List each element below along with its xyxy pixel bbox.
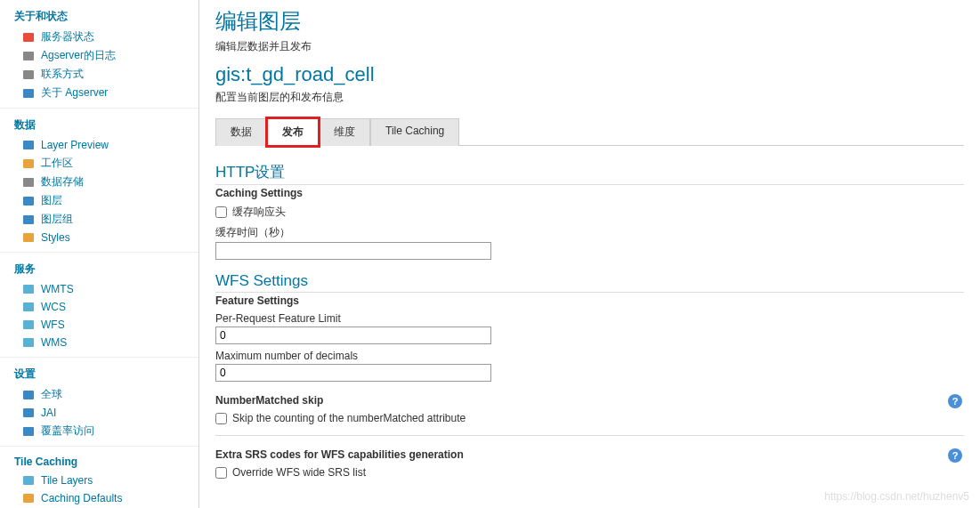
sidebar-item-label: Layer Preview <box>41 139 109 151</box>
sidebar-item-关于-agserver[interactable]: 关于 Agserver <box>14 84 184 102</box>
sidebar-item-label: WCS <box>41 301 66 313</box>
sidebar-item-label: 图层组 <box>41 212 73 227</box>
preview-icon <box>21 138 36 152</box>
service-icon <box>21 300 36 314</box>
svg-rect-6 <box>23 178 34 187</box>
number-matched-checkbox[interactable] <box>215 413 227 424</box>
cache-response-label: 缓存响应头 <box>232 205 286 220</box>
sidebar-item-label: Caching Defaults <box>41 492 122 504</box>
sidebar-header[interactable]: 设置 <box>14 363 184 385</box>
sidebar-item-label: 工作区 <box>41 156 73 171</box>
svg-rect-4 <box>23 141 34 149</box>
caching-settings-label: Caching Settings <box>215 187 964 199</box>
service-icon <box>21 335 36 350</box>
sidebar-item-label: 图层 <box>41 193 62 208</box>
store-icon <box>21 175 36 189</box>
svg-rect-9 <box>23 233 34 242</box>
help-icon[interactable]: ? <box>948 448 962 463</box>
sidebar-item-label: WFS <box>41 319 65 331</box>
cache-response-row: 缓存响应头 <box>215 205 964 220</box>
health-icon <box>21 30 36 44</box>
svg-rect-7 <box>23 197 34 206</box>
config-description: 配置当前图层的和发布信息 <box>215 90 964 105</box>
sidebar-item-label: Styles <box>41 231 70 244</box>
help-icon[interactable]: ? <box>948 394 962 408</box>
max-decimals-input[interactable] <box>215 364 491 382</box>
extra-srs-checkbox[interactable] <box>215 467 227 479</box>
svg-rect-12 <box>23 320 34 329</box>
info-icon <box>21 86 36 101</box>
sidebar-item-styles[interactable]: Styles <box>14 229 184 246</box>
page-title: 编辑图层 <box>215 7 964 36</box>
tab-bar: 数据发布维度Tile Caching <box>215 117 964 146</box>
sidebar-item-label: 服务器状态 <box>41 29 94 44</box>
sidebar-item-全球[interactable]: 全球 <box>14 385 184 404</box>
contact-icon <box>21 68 36 82</box>
sidebar-item-agserver的日志[interactable]: Agserver的日志 <box>14 46 184 65</box>
coverage-icon <box>21 424 36 439</box>
per-request-input[interactable] <box>215 327 491 344</box>
service-icon <box>21 282 36 296</box>
folder-icon <box>21 157 36 171</box>
cache-time-input[interactable] <box>215 242 491 260</box>
svg-rect-2 <box>23 70 34 79</box>
sidebar-item-jai[interactable]: JAI <box>14 404 184 422</box>
sidebar-item-label: WMTS <box>41 283 74 295</box>
sidebar-item-数据存储[interactable]: 数据存储 <box>14 173 184 191</box>
svg-rect-10 <box>23 285 34 294</box>
extra-srs-section: Extra SRS codes for WFS capabilities gen… <box>215 448 964 489</box>
sidebar-item-wfs[interactable]: WFS <box>14 316 184 334</box>
cache-time-label: 缓存时间（秒） <box>215 225 964 240</box>
layergroup-icon <box>21 213 36 227</box>
number-matched-checkbox-label: Skip the counting of the numberMatched a… <box>232 412 466 424</box>
wfs-section-title: WFS Settings <box>215 272 964 293</box>
svg-rect-17 <box>23 476 34 485</box>
sidebar-header[interactable]: 关于和状态 <box>14 5 184 28</box>
sidebar-header[interactable]: 数据 <box>14 114 184 136</box>
sidebar-item-服务器状态[interactable]: 服务器状态 <box>14 28 184 46</box>
sidebar-item-联系方式[interactable]: 联系方式 <box>14 65 184 84</box>
svg-rect-18 <box>23 494 34 503</box>
feature-settings-label: Feature Settings <box>215 294 964 307</box>
sidebar-item-图层[interactable]: 图层 <box>14 191 184 210</box>
sidebar-item-label: JAI <box>41 407 56 419</box>
main-content: 编辑图层 编辑层数据并且发布 gis:t_gd_road_cell 配置当前图层… <box>199 0 980 508</box>
tab-维度[interactable]: 维度 <box>319 118 370 146</box>
tab-数据[interactable]: 数据 <box>215 118 267 146</box>
sidebar-item-label: Tile Layers <box>41 474 93 487</box>
sidebar-item-layer-preview[interactable]: Layer Preview <box>14 136 184 154</box>
sidebar-header[interactable]: Tile Caching <box>14 452 184 472</box>
extra-srs-title: Extra SRS codes for WFS capabilities gen… <box>215 448 964 461</box>
sidebar-item-工作区[interactable]: 工作区 <box>14 154 184 173</box>
cache-response-checkbox[interactable] <box>215 206 227 218</box>
svg-rect-1 <box>23 52 34 60</box>
sidebar-item-tile-layers[interactable]: Tile Layers <box>14 472 184 489</box>
tab-发布[interactable]: 发布 <box>267 118 319 146</box>
sidebar-item-覆盖率访问[interactable]: 覆盖率访问 <box>14 422 184 440</box>
http-section-title: HTTP设置 <box>215 162 964 185</box>
globe-icon <box>21 388 36 402</box>
sidebar-header[interactable]: 服务 <box>14 258 184 280</box>
sidebar-item-caching-defaults[interactable]: Caching Defaults <box>14 489 184 507</box>
svg-rect-8 <box>23 215 34 224</box>
number-matched-section: NumberMatched skip ? Skip the counting o… <box>215 394 964 436</box>
sidebar-item-label: Agserver的日志 <box>41 48 116 63</box>
tab-tile-caching[interactable]: Tile Caching <box>370 118 459 146</box>
sidebar-item-wmts[interactable]: WMTS <box>14 280 184 298</box>
layer-name: gis:t_gd_road_cell <box>215 63 964 86</box>
sidebar-item-wms[interactable]: WMS <box>14 334 184 351</box>
gear-icon <box>21 491 36 505</box>
per-request-label: Per-Request Feature Limit <box>215 312 964 325</box>
sidebar-item-label: WMS <box>41 336 67 349</box>
svg-rect-0 <box>23 33 34 42</box>
svg-rect-5 <box>23 159 34 168</box>
sidebar-item-wcs[interactable]: WCS <box>14 298 184 316</box>
svg-rect-3 <box>23 89 34 98</box>
tile-icon <box>21 473 36 488</box>
sidebar-item-label: 全球 <box>41 387 62 402</box>
sidebar: 关于和状态服务器状态Agserver的日志联系方式关于 Agserver数据La… <box>0 0 199 508</box>
svg-rect-16 <box>23 427 34 436</box>
jai-icon <box>21 406 36 420</box>
max-decimals-label: Maximum number of decimals <box>215 350 964 362</box>
sidebar-item-图层组[interactable]: 图层组 <box>14 210 184 229</box>
